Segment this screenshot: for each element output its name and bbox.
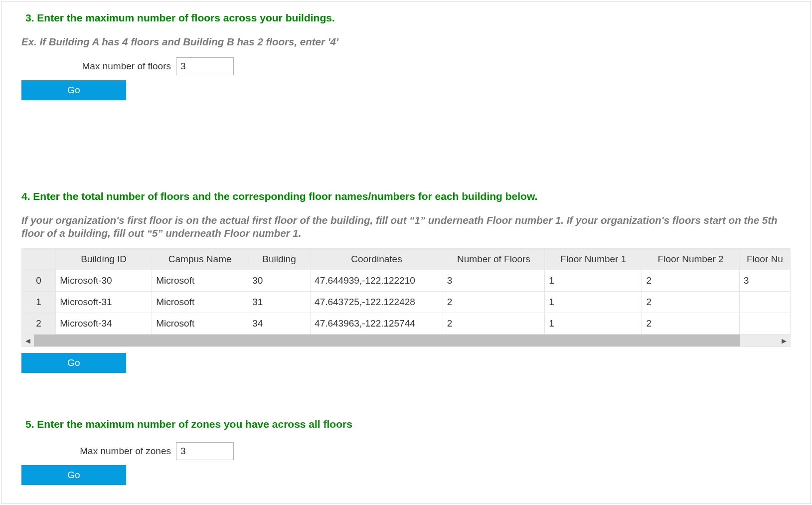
- cell-index: 2: [22, 313, 56, 335]
- page-content: 3. Enter the maximum number of floors ac…: [1, 1, 811, 485]
- cell-coordinates[interactable]: 47.643963,-122.125744: [311, 313, 443, 335]
- section-5-go-button[interactable]: Go: [21, 465, 126, 485]
- max-floors-label: Max number of floors: [21, 61, 176, 72]
- max-floors-field-row: Max number of floors: [21, 57, 791, 75]
- col-header-coordinates: Coordinates: [311, 249, 443, 270]
- max-zones-input[interactable]: [176, 442, 234, 460]
- buildings-table-wrap: Building ID Campus Name Building Coordin…: [21, 248, 791, 347]
- section-3-go-button[interactable]: Go: [21, 80, 126, 100]
- page-frame: 3. Enter the maximum number of floors ac…: [1, 1, 811, 504]
- cell-building-id[interactable]: Microsoft-30: [56, 270, 152, 292]
- col-header-building-id: Building ID: [56, 249, 152, 270]
- section-4-go-button[interactable]: Go: [21, 353, 126, 373]
- table-row: 0 Microsoft-30 Microsoft 30 47.644939,-1…: [22, 270, 791, 292]
- cell-num-floors[interactable]: 2: [443, 292, 544, 313]
- cell-building[interactable]: 34: [248, 313, 311, 335]
- scroll-right-icon[interactable]: ▶: [778, 335, 790, 346]
- col-header-floor-3: Floor Nu: [739, 249, 790, 270]
- cell-coordinates[interactable]: 47.643725,-122.122428: [311, 292, 443, 313]
- cell-floor-2[interactable]: 2: [642, 270, 739, 292]
- section-4-example: If your organization's first floor is on…: [21, 214, 791, 239]
- cell-floor-3[interactable]: 3: [739, 270, 790, 292]
- section-3-example: Ex. If Building A has 4 floors and Build…: [21, 35, 791, 48]
- cell-coordinates[interactable]: 47.644939,-122.122210: [311, 270, 443, 292]
- col-header-floor-1: Floor Number 1: [545, 249, 642, 270]
- table-horizontal-scrollbar[interactable]: ◀ ▶: [21, 335, 791, 347]
- spacer: [21, 373, 791, 418]
- cell-campus-name[interactable]: Microsoft: [152, 270, 248, 292]
- cell-campus-name[interactable]: Microsoft: [152, 292, 248, 313]
- col-header-floor-2: Floor Number 2: [642, 249, 739, 270]
- max-floors-input[interactable]: [176, 57, 234, 75]
- table-header-row: Building ID Campus Name Building Coordin…: [22, 249, 791, 270]
- section-4-heading: 4. Enter the total number of floors and …: [21, 190, 791, 203]
- table-row: 2 Microsoft-34 Microsoft 34 47.643963,-1…: [22, 313, 791, 335]
- cell-building[interactable]: 31: [248, 292, 311, 313]
- col-header-campus-name: Campus Name: [152, 249, 248, 270]
- cell-campus-name[interactable]: Microsoft: [152, 313, 248, 335]
- cell-building-id[interactable]: Microsoft-34: [56, 313, 152, 335]
- max-zones-field-row: Max number of zones: [21, 442, 791, 460]
- buildings-table: Building ID Campus Name Building Coordin…: [21, 248, 791, 335]
- cell-floor-3[interactable]: [739, 292, 790, 313]
- cell-floor-3[interactable]: [739, 313, 790, 335]
- cell-index: 0: [22, 270, 56, 292]
- col-header-building: Building: [248, 249, 311, 270]
- max-zones-label: Max number of zones: [21, 446, 176, 457]
- cell-num-floors[interactable]: 3: [443, 270, 544, 292]
- spacer: [21, 100, 791, 190]
- scroll-thumb[interactable]: [34, 335, 740, 346]
- cell-floor-2[interactable]: 2: [642, 313, 739, 335]
- cell-floor-2[interactable]: 2: [642, 292, 739, 313]
- col-header-num-floors: Number of Floors: [443, 249, 544, 270]
- col-header-index: [22, 249, 56, 270]
- section-3-heading: 3. Enter the maximum number of floors ac…: [21, 11, 791, 24]
- section-5-heading: 5. Enter the maximum number of zones you…: [21, 418, 791, 431]
- cell-floor-1[interactable]: 1: [545, 313, 642, 335]
- cell-building[interactable]: 30: [248, 270, 311, 292]
- cell-num-floors[interactable]: 2: [443, 313, 544, 335]
- scroll-left-icon[interactable]: ◀: [22, 335, 34, 346]
- cell-building-id[interactable]: Microsoft-31: [56, 292, 152, 313]
- cell-index: 1: [22, 292, 56, 313]
- table-row: 1 Microsoft-31 Microsoft 31 47.643725,-1…: [22, 292, 791, 313]
- cell-floor-1[interactable]: 1: [545, 292, 642, 313]
- cell-floor-1[interactable]: 1: [545, 270, 642, 292]
